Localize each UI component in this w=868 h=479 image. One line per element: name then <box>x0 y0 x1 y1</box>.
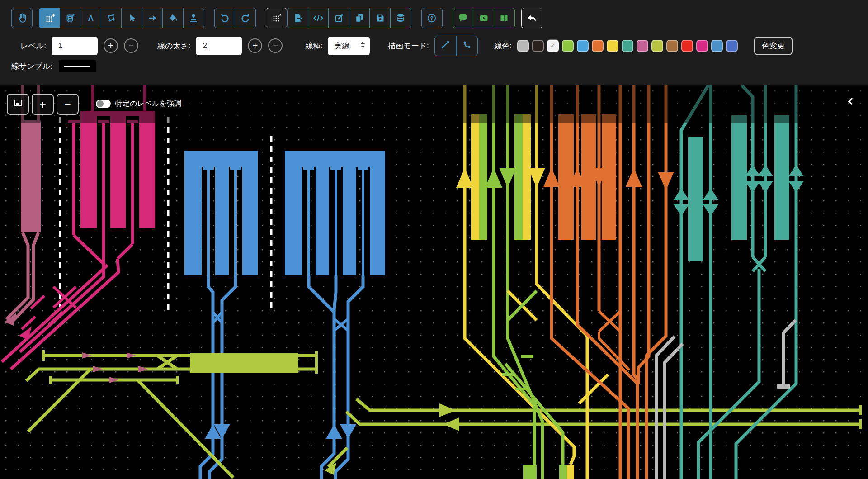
help-button[interactable]: ? <box>421 8 443 28</box>
collapse-panel-button[interactable] <box>847 97 854 107</box>
line-sample-label: 線サンプル: <box>11 61 52 71</box>
file-export-icon <box>292 13 303 24</box>
save-icon <box>375 13 386 24</box>
select-tool-button[interactable] <box>121 8 142 28</box>
copy-icon <box>354 13 365 24</box>
check-icon: ✓ <box>548 41 558 51</box>
straight-line-icon <box>440 39 451 52</box>
toolbar: A <box>0 0 868 85</box>
track-diagram <box>0 85 868 479</box>
color-swatch-blue[interactable] <box>711 40 723 52</box>
tool-row: A <box>11 8 542 28</box>
arrow-tool-button[interactable] <box>142 8 163 28</box>
color-swatch-orange[interactable] <box>592 40 604 52</box>
drawing-canvas[interactable]: ＋ − 特定のレベルを強調 <box>0 85 868 479</box>
back-icon <box>526 13 538 24</box>
sample-row: 線サンプル: <box>11 60 96 72</box>
line-color-label: 線色: <box>494 41 512 51</box>
edit-button[interactable] <box>328 8 349 28</box>
bent-line-icon <box>462 39 472 52</box>
fill-tool-button[interactable] <box>162 8 184 28</box>
color-swatch-magenta[interactable] <box>696 40 708 52</box>
level-label: レベル: <box>20 41 46 51</box>
level-increase-button[interactable]: + <box>104 38 118 53</box>
line-type-select[interactable]: 実線 <box>328 37 370 55</box>
line-width-decrease-button[interactable]: − <box>268 38 283 53</box>
highlight-level-toggle[interactable] <box>96 100 111 108</box>
svg-text:?: ? <box>430 15 433 21</box>
zoom-out-button[interactable]: − <box>57 94 79 115</box>
chat-icon <box>458 13 468 24</box>
tool-group-file <box>287 8 411 28</box>
select-caret-icon <box>360 41 365 51</box>
color-swatch-brown[interactable] <box>666 40 678 52</box>
highlight-level-control: 特定のレベルを強調 <box>96 99 181 109</box>
line-width-input[interactable] <box>196 37 242 55</box>
level-input[interactable] <box>52 37 98 55</box>
text-tool-button[interactable]: A <box>80 8 101 28</box>
color-swatch-yellow[interactable] <box>607 40 618 52</box>
hand-icon <box>17 13 28 24</box>
color-swatch-olive[interactable] <box>651 40 663 52</box>
cursor-icon <box>127 13 137 24</box>
edit-icon <box>334 13 344 24</box>
manual-button[interactable] <box>494 8 515 28</box>
line-width-increase-button[interactable]: + <box>248 38 262 53</box>
line-type-value: 実線 <box>334 41 349 51</box>
export-file-button[interactable] <box>287 8 308 28</box>
database-icon <box>395 13 406 24</box>
database-button[interactable] <box>390 8 411 28</box>
code-icon <box>312 13 324 24</box>
draw-mode-group <box>434 36 478 56</box>
color-swatch-royal-blue[interactable] <box>726 40 738 52</box>
canvas-zoom-controls: ＋ − <box>7 94 81 115</box>
controls-row: レベル: + − 線の太さ: + − 線種: 実線 描画モード: 線色: ✓ 色… <box>20 34 793 57</box>
line-sample-preview <box>59 60 96 72</box>
pan-tool-button[interactable] <box>11 8 33 28</box>
fit-view-button[interactable] <box>7 94 29 115</box>
zoom-in-button[interactable]: ＋ <box>32 94 54 115</box>
frame-icon <box>13 98 23 111</box>
add-grid-tool-button[interactable] <box>39 8 60 28</box>
undo-icon <box>219 13 230 24</box>
back-button[interactable] <box>521 8 542 28</box>
change-color-button[interactable]: 色変更 <box>754 37 793 55</box>
line-width-label: 線の太さ: <box>157 41 191 51</box>
svg-text:A: A <box>88 14 93 23</box>
draw-mode-bend-button[interactable] <box>456 36 478 56</box>
add-train-tool-button[interactable] <box>60 8 81 28</box>
color-swatch-white[interactable]: ✓ <box>547 40 559 52</box>
stamp-icon <box>188 13 199 24</box>
video-button[interactable] <box>473 8 494 28</box>
grid-clear-icon <box>271 13 282 24</box>
arrow-right-icon <box>147 13 158 24</box>
code-view-button[interactable] <box>308 8 329 28</box>
redo-button[interactable] <box>235 8 256 28</box>
help-icon: ? <box>426 13 437 24</box>
color-swatch-black[interactable] <box>532 40 544 52</box>
highlight-level-label: 特定のレベルを強調 <box>115 99 181 109</box>
color-swatch-mauve[interactable] <box>637 40 648 52</box>
tool-group-support <box>453 8 515 28</box>
color-swatch-sky-blue[interactable] <box>577 40 589 52</box>
color-swatch-green[interactable] <box>562 40 574 52</box>
copy-button[interactable] <box>349 8 370 28</box>
line-type-label: 線種: <box>305 41 323 51</box>
polygon-select-tool-button[interactable] <box>101 8 122 28</box>
polygon-select-icon <box>106 13 117 24</box>
draw-mode-straight-button[interactable] <box>434 36 457 56</box>
color-swatch-teal[interactable] <box>622 40 633 52</box>
undo-button[interactable] <box>214 8 236 28</box>
color-swatch-gray[interactable] <box>517 40 529 52</box>
chevron-left-icon <box>847 99 854 107</box>
text-icon: A <box>85 13 96 24</box>
level-decrease-button[interactable]: − <box>124 38 138 53</box>
chat-button[interactable] <box>453 8 474 28</box>
paint-bucket-icon <box>168 13 179 24</box>
color-swatch-row: ✓ <box>517 40 741 52</box>
clear-grid-button[interactable] <box>266 8 287 28</box>
save-button[interactable] <box>369 8 391 28</box>
color-swatch-red[interactable] <box>681 40 693 52</box>
stamp-tool-button[interactable] <box>183 8 204 28</box>
train-plus-icon <box>65 13 75 24</box>
